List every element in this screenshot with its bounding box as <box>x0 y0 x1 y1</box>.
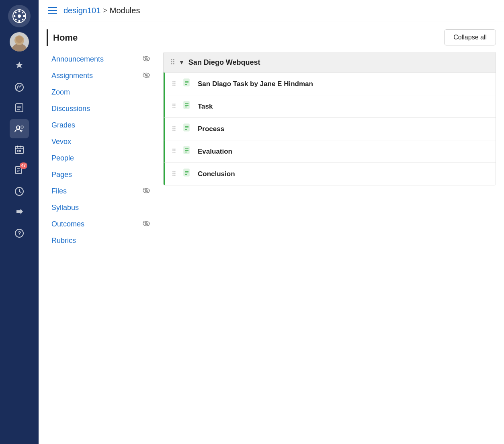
svg-rect-56 <box>184 124 189 131</box>
report-badge: 47 <box>20 162 27 169</box>
item-document-icon-1 <box>182 101 192 112</box>
svg-point-4 <box>14 15 16 17</box>
nav-item-pages[interactable]: Pages <box>47 166 155 183</box>
sidebar: 47 ? <box>0 0 39 444</box>
breadcrumb-course[interactable]: design101 <box>64 6 100 15</box>
user-avatar[interactable] <box>10 32 29 51</box>
svg-point-2 <box>18 10 20 12</box>
nav-assignments-eye-icon[interactable] <box>142 72 150 80</box>
nav-item-zoom[interactable]: Zoom <box>47 84 155 101</box>
svg-point-12 <box>16 36 23 43</box>
item-document-icon-3 <box>182 146 192 157</box>
svg-point-1 <box>18 14 21 18</box>
speedometer-nav-icon[interactable] <box>10 77 29 97</box>
nav-item-rubrics[interactable]: Rubrics <box>47 232 155 249</box>
breadcrumb-separator: > <box>103 6 107 15</box>
content-area: Home Announcements Assignments <box>39 21 504 444</box>
item-title-4[interactable]: Conclusion <box>198 170 235 178</box>
nav-announcements-label: Announcements <box>51 55 142 64</box>
svg-rect-60 <box>184 146 189 154</box>
item-title-3[interactable]: Evaluation <box>198 148 232 156</box>
nav-vevox-label: Vevox <box>51 138 150 146</box>
item-drag-handle-4[interactable]: ⠿ <box>172 170 176 178</box>
module-item: ⠿ Task <box>164 95 496 117</box>
module-item: ⠿ Conclusion <box>164 162 496 185</box>
nav-item-files[interactable]: Files <box>47 183 155 199</box>
svg-point-5 <box>23 15 25 17</box>
nav-files-eye-icon[interactable] <box>142 188 150 195</box>
nav-syllabus-label: Syllabus <box>51 204 150 212</box>
svg-line-33 <box>19 191 21 193</box>
main-content: design101 > Modules Home Announcements <box>39 0 504 444</box>
nav-item-assignments[interactable]: Assignments <box>47 68 155 84</box>
svg-point-8 <box>22 12 24 14</box>
clock-nav-icon[interactable] <box>10 182 29 201</box>
nav-item-vevox[interactable]: Vevox <box>47 134 155 150</box>
item-drag-handle-3[interactable]: ⠿ <box>172 148 176 155</box>
item-title-2[interactable]: Process <box>198 125 224 133</box>
hamburger-menu[interactable] <box>47 6 59 15</box>
svg-rect-25 <box>17 150 18 152</box>
nav-item-announcements[interactable]: Announcements <box>47 51 155 68</box>
module-drag-handle[interactable]: ⠿ <box>170 58 175 67</box>
svg-point-3 <box>18 20 20 22</box>
item-title-0[interactable]: San Diago Task by Jane E Hindman <box>198 80 313 88</box>
nav-item-syllabus[interactable]: Syllabus <box>47 199 155 216</box>
item-title-1[interactable]: Task <box>198 103 213 111</box>
nav-item-home[interactable]: Home <box>47 29 155 46</box>
module-item: ⠿ San Diago Task by Jane E Hindman <box>164 72 496 95</box>
nav-item-outcomes[interactable]: Outcomes <box>47 216 155 232</box>
nav-grades-label: Grades <box>51 121 150 130</box>
item-drag-handle-0[interactable]: ⠿ <box>172 80 176 88</box>
item-document-icon-0 <box>182 78 192 89</box>
module-item: ⠿ Evaluation <box>164 140 496 162</box>
item-drag-handle-2[interactable]: ⠿ <box>172 125 176 133</box>
module-area: Collapse all ⠿ ▼ San Diego Webquest ⠿ <box>155 21 504 444</box>
module-title-row: ⠿ ▼ San Diego Webquest <box>164 52 496 72</box>
nav-files-label: Files <box>51 187 142 195</box>
nav-item-discussions[interactable]: Discussions <box>47 101 155 117</box>
svg-point-6 <box>15 12 17 14</box>
svg-point-20 <box>21 126 23 128</box>
nav-people-label: People <box>51 154 150 162</box>
course-nav-sidebar: Home Announcements Assignments <box>39 21 155 444</box>
svg-point-7 <box>22 19 24 21</box>
nav-announcements-eye-icon[interactable] <box>142 56 150 63</box>
module-collapse-icon[interactable]: ▼ <box>179 59 184 66</box>
book-nav-icon[interactable] <box>10 98 29 117</box>
nav-item-people[interactable]: People <box>47 150 155 166</box>
breadcrumb-current: Modules <box>110 6 140 15</box>
breadcrumb: design101 > Modules <box>64 6 140 15</box>
redirect-nav-icon[interactable] <box>10 203 29 222</box>
item-drag-handle-1[interactable]: ⠿ <box>172 103 176 110</box>
svg-text:?: ? <box>18 230 21 236</box>
badge-nav-icon[interactable] <box>10 56 29 76</box>
item-document-icon-2 <box>182 123 192 134</box>
module-item: ⠿ Process <box>164 117 496 140</box>
nav-item-grades[interactable]: Grades <box>47 117 155 134</box>
module-container: ⠿ ▼ San Diego Webquest ⠿ <box>163 52 496 185</box>
help-nav-icon[interactable]: ? <box>10 224 29 243</box>
svg-rect-48 <box>184 79 189 86</box>
module-title: San Diego Webquest <box>188 58 260 67</box>
svg-point-9 <box>15 19 17 21</box>
svg-line-14 <box>19 85 21 87</box>
nav-zoom-label: Zoom <box>51 88 150 97</box>
nav-rubrics-label: Rubrics <box>51 236 150 245</box>
svg-rect-26 <box>19 150 21 152</box>
app-logo[interactable] <box>8 5 31 27</box>
report-nav-icon[interactable]: 47 <box>10 161 29 180</box>
module-header-row: Collapse all <box>163 29 496 45</box>
nav-pages-label: Pages <box>51 171 150 179</box>
people-nav-icon[interactable] <box>10 119 29 138</box>
collapse-all-button[interactable]: Collapse all <box>444 29 496 45</box>
nav-outcomes-label: Outcomes <box>51 220 142 228</box>
nav-discussions-label: Discussions <box>51 105 150 113</box>
module-items-list: ⠿ San Diago Task by Jane E Hindman <box>164 72 496 185</box>
item-document-icon-4 <box>182 169 192 179</box>
calendar-nav-icon[interactable] <box>10 140 29 159</box>
top-header: design101 > Modules <box>39 0 504 21</box>
nav-assignments-label: Assignments <box>51 72 142 80</box>
svg-rect-64 <box>184 169 189 176</box>
nav-outcomes-eye-icon[interactable] <box>142 221 150 228</box>
